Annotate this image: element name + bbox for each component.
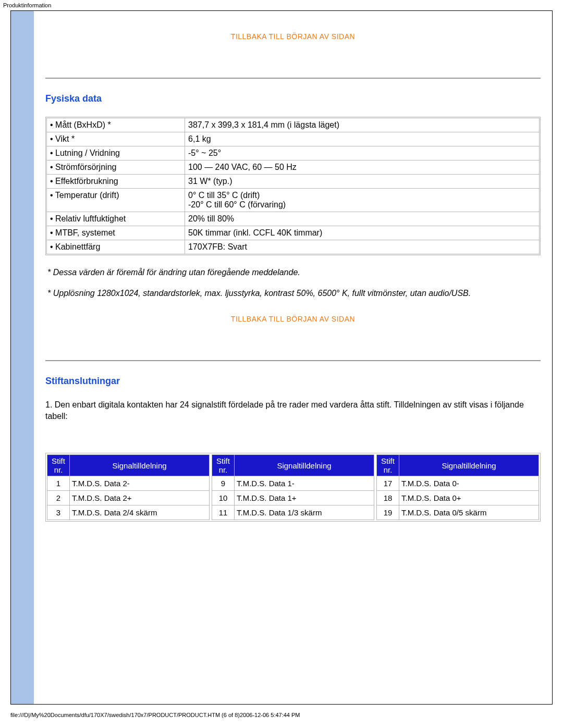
table-row: 10T.M.D.S. Data 1+: [212, 491, 374, 505]
pin-number: 17: [377, 476, 399, 490]
table-row: 17T.M.D.S. Data 0-: [377, 476, 538, 490]
spec-label: • Mått (BxHxD) *: [47, 118, 185, 132]
back-to-top-link[interactable]: TILLBAKA TILL BÖRJAN AV SIDAN: [231, 32, 355, 41]
table-row: • Temperatur (drift)0° C till 35° C (dri…: [47, 189, 539, 212]
pin-intro-text: 1. Den enbart digitala kontakten har 24 …: [45, 399, 541, 422]
spec-value: 0° C till 35° C (drift)-20° C till 60° C…: [185, 189, 539, 212]
spec-label: • Effektförbrukning: [47, 175, 185, 188]
pin-signal: T.M.D.S. Data 2/4 skärm: [70, 505, 209, 520]
table-row: • MTBF, systemet50K timmar (inkl. CCFL 4…: [47, 226, 539, 240]
table-row: 3T.M.D.S. Data 2/4 skärm: [47, 505, 209, 520]
pin-header-number: Stiftnr.: [377, 455, 399, 476]
spec-value: 170X7FB: Svart: [185, 240, 539, 254]
pin-number: 2: [47, 491, 69, 505]
spec-label: • MTBF, systemet: [47, 226, 185, 240]
section-heading-pins: Stiftanslutningar: [45, 376, 541, 387]
spec-value: 387,7 x 399,3 x 181,4 mm (i lägsta läget…: [185, 118, 539, 132]
table-row: • Mått (BxHxD) *387,7 x 399,3 x 181,4 mm…: [47, 118, 539, 132]
separator: [45, 78, 541, 79]
content-frame: TILLBAKA TILL BÖRJAN AV SIDAN Fysiska da…: [10, 10, 553, 705]
footnote-1: * Dessa värden är föremål för ändring ut…: [47, 267, 538, 278]
spec-value: 6,1 kg: [185, 132, 539, 146]
table-row: • Kabinettfärg170X7FB: Svart: [47, 240, 539, 254]
back-to-top-link[interactable]: TILLBAKA TILL BÖRJAN AV SIDAN: [231, 315, 355, 323]
spec-label: • Relativ luftfuktighet: [47, 212, 185, 226]
physical-spec-table: • Mått (BxHxD) *387,7 x 399,3 x 181,4 mm…: [45, 117, 541, 255]
pin-signal: T.M.D.S. Data 2+: [70, 491, 209, 505]
pin-number: 11: [212, 505, 234, 520]
footer-path: file:///D|/My%20Documents/dfu/170X7/swed…: [0, 705, 563, 721]
spec-value: 20% till 80%: [185, 212, 539, 226]
pin-number: 19: [377, 505, 399, 520]
table-row: • Effektförbrukning31 W* (typ.): [47, 175, 539, 188]
table-row: 9T.M.D.S. Data 1-: [212, 476, 374, 490]
spec-label: • Vikt *: [47, 132, 185, 146]
pin-assignment-table: Stiftnr.Signaltilldelning1T.M.D.S. Data …: [45, 453, 541, 522]
pin-signal: T.M.D.S. Data 1-: [235, 476, 374, 490]
section-heading-physical: Fysiska data: [45, 93, 541, 104]
spec-label: • Kabinettfärg: [47, 240, 185, 254]
pin-signal: T.M.D.S. Data 1+: [235, 491, 374, 505]
pin-signal: T.M.D.S. Data 0/5 skärm: [399, 505, 538, 520]
table-row: 18T.M.D.S. Data 0+: [377, 491, 538, 505]
footnote-2: * Upplösning 1280x1024, standardstorlek,…: [47, 288, 538, 299]
pin-number: 10: [212, 491, 234, 505]
table-row: 11T.M.D.S. Data 1/3 skärm: [212, 505, 374, 520]
spec-label: • Temperatur (drift): [47, 189, 185, 212]
pin-number: 1: [47, 476, 69, 490]
pin-header-number: Stiftnr.: [47, 455, 69, 476]
pin-header-signal: Signaltilldelning: [70, 455, 209, 476]
table-row: • Lutning / Vridning-5° ~ 25°: [47, 146, 539, 160]
spec-label: • Strömförsörjning: [47, 161, 185, 174]
pin-signal: T.M.D.S. Data 0-: [399, 476, 538, 490]
table-row: • Relativ luftfuktighet20% till 80%: [47, 212, 539, 226]
spec-value: 50K timmar (inkl. CCFL 40K timmar): [185, 226, 539, 240]
pin-signal: T.M.D.S. Data 2-: [70, 476, 209, 490]
page-title: Produktinformation: [0, 0, 563, 10]
table-row: 2T.M.D.S. Data 2+: [47, 491, 209, 505]
pin-signal: T.M.D.S. Data 1/3 skärm: [235, 505, 374, 520]
pin-header-signal: Signaltilldelning: [399, 455, 538, 476]
pin-number: 9: [212, 476, 234, 490]
spec-value: -5° ~ 25°: [185, 146, 539, 160]
separator: [45, 360, 541, 361]
pin-number: 3: [47, 505, 69, 520]
spec-value: 31 W* (typ.): [185, 175, 539, 188]
spec-label: • Lutning / Vridning: [47, 146, 185, 160]
table-row: • Strömförsörjning100 — 240 VAC, 60 — 50…: [47, 161, 539, 174]
pin-header-signal: Signaltilldelning: [235, 455, 374, 476]
table-row: 19T.M.D.S. Data 0/5 skärm: [377, 505, 538, 520]
pin-number: 18: [377, 491, 399, 505]
spec-value: 100 — 240 VAC, 60 — 50 Hz: [185, 161, 539, 174]
table-row: 1T.M.D.S. Data 2-: [47, 476, 209, 490]
table-row: • Vikt *6,1 kg: [47, 132, 539, 146]
pin-signal: T.M.D.S. Data 0+: [399, 491, 538, 505]
pin-header-number: Stiftnr.: [212, 455, 234, 476]
